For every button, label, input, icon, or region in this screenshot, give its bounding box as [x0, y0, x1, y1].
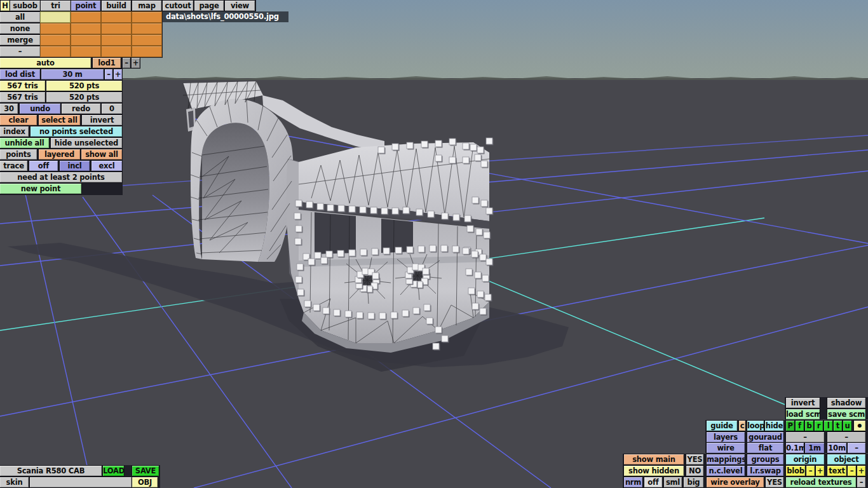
vertex-handle[interactable] [475, 272, 481, 278]
vertex-handle[interactable] [472, 197, 478, 203]
hide-button[interactable]: hide [765, 421, 783, 431]
vertex-handle[interactable] [327, 205, 334, 211]
vertex-handle[interactable] [381, 208, 388, 214]
subobject-cell[interactable] [41, 46, 70, 57]
vertex-handle[interactable] [449, 139, 456, 145]
vertex-handle[interactable] [435, 327, 442, 333]
subobject-merge-button[interactable]: merge [0, 35, 40, 45]
trace-label[interactable]: trace [0, 161, 27, 171]
reload-dash-button[interactable]: – [857, 477, 865, 487]
lod-plus-button[interactable]: + [132, 58, 140, 68]
vertex-handle[interactable] [297, 264, 303, 270]
redo-button[interactable]: redo [62, 104, 100, 114]
groups-button[interactable]: groups [747, 454, 783, 464]
lr-swap-button[interactable]: l.r.swap [747, 466, 783, 476]
vertex-handle[interactable] [484, 232, 490, 238]
invert-button[interactable]: invert [786, 398, 820, 408]
undo-button[interactable]: undo [20, 104, 60, 114]
trace-excl-button[interactable]: excl [92, 161, 122, 171]
nrm-sml-button[interactable]: sml [664, 477, 682, 487]
object-name-field[interactable]: Scania R580 CAB [0, 466, 102, 476]
vertex-handle[interactable] [418, 246, 424, 252]
mappings-button[interactable]: mappings [707, 454, 745, 464]
wire-overlay-value[interactable]: YES [766, 477, 783, 487]
vertex-handle[interactable] [480, 308, 486, 315]
wire-overlay-button[interactable]: wire overlay [707, 477, 764, 487]
nrm-button[interactable]: nrm [624, 477, 642, 487]
guide-button[interactable]: guide [707, 421, 737, 431]
vertex-handle[interactable] [426, 318, 433, 324]
vertex-handle[interactable] [442, 336, 448, 342]
shadow-button[interactable]: shadow [827, 398, 865, 408]
load-scm-button[interactable]: load scm [786, 409, 820, 419]
new-point-button[interactable]: new point [0, 184, 81, 194]
wire-button[interactable]: wire [707, 443, 745, 453]
vertex-handle[interactable] [295, 226, 302, 232]
vertex-handle[interactable] [360, 207, 366, 213]
grid-1m-button[interactable]: 1m [805, 443, 824, 453]
subobject-cell[interactable] [41, 24, 70, 34]
subobject-cell[interactable] [71, 24, 100, 34]
blob-plus-button[interactable]: + [816, 466, 824, 476]
trace-incl-button[interactable]: incl [60, 161, 90, 171]
vertex-handle[interactable] [383, 248, 390, 254]
vertex-handle[interactable] [423, 268, 429, 274]
vertex-handle[interactable] [441, 245, 447, 252]
text-minus-button[interactable]: – [848, 466, 856, 476]
clear-button[interactable]: clear [0, 115, 37, 125]
select-all-button[interactable]: select all [39, 115, 80, 125]
subobject-cell[interactable] [71, 46, 100, 57]
vertex-handle[interactable] [402, 310, 409, 316]
vertex-handle[interactable] [463, 143, 469, 149]
text-button[interactable]: text [827, 466, 846, 476]
guide-c-button[interactable]: c [739, 421, 745, 431]
vertex-handle[interactable] [424, 304, 430, 311]
invert-selection-button[interactable]: invert [82, 115, 122, 125]
subobject-cell[interactable] [102, 35, 131, 45]
vertex-handle[interactable] [321, 257, 327, 264]
vertex-handle[interactable] [372, 248, 378, 255]
subobject-cell[interactable] [132, 35, 161, 45]
vertex-handle[interactable] [412, 264, 419, 270]
subobject-cell[interactable] [102, 46, 131, 57]
object-button[interactable]: object [827, 454, 865, 464]
vertex-handle[interactable] [481, 161, 487, 167]
vertex-handle[interactable] [416, 209, 423, 215]
subobject-cell[interactable] [132, 24, 161, 34]
lod-dist-minus-button[interactable]: – [105, 69, 112, 79]
lod-auto-button[interactable]: auto [0, 58, 91, 68]
vertex-handle[interactable] [362, 268, 369, 274]
show-hidden-button[interactable]: show hidden [624, 466, 684, 476]
blob-button[interactable]: blob [786, 466, 805, 476]
viewport-3d[interactable] [0, 0, 868, 488]
vertex-handle[interactable] [294, 213, 301, 219]
vertex-handle[interactable] [391, 312, 397, 318]
vertex-handle[interactable] [308, 259, 315, 265]
subobject-cell[interactable] [102, 24, 131, 34]
grid-10m-button[interactable]: 10m [827, 443, 846, 453]
tab-page[interactable]: page [194, 1, 224, 11]
trace-off-button[interactable]: off [29, 161, 58, 171]
grid-dash-button[interactable]: – [848, 443, 865, 453]
vertex-handle[interactable] [378, 147, 384, 153]
lod-dist-value[interactable]: 30 m [41, 69, 104, 79]
subobject-cell[interactable] [132, 46, 161, 57]
subobject-none-button[interactable]: none [0, 24, 40, 34]
view-back-button[interactable]: b [805, 421, 813, 431]
tab-subob[interactable]: subob [10, 1, 40, 11]
subobject-cell[interactable] [132, 12, 161, 22]
vertex-handle[interactable] [470, 144, 477, 151]
tab-h[interactable]: H [1, 1, 10, 11]
subobject-cell[interactable] [71, 35, 100, 45]
lod-level-button[interactable]: lod1 [93, 58, 121, 68]
origin-button[interactable]: origin [786, 454, 824, 464]
vertex-handle[interactable] [463, 248, 469, 254]
vertex-handle[interactable] [392, 208, 398, 214]
vertex-handle[interactable] [313, 304, 320, 311]
unhide-all-button[interactable]: unhide all [0, 138, 49, 148]
dash-b-button[interactable]: – [827, 432, 865, 442]
show-main-value[interactable]: YES [686, 454, 703, 464]
vertex-handle[interactable] [430, 245, 436, 252]
vertex-handle[interactable] [407, 247, 413, 253]
vertex-handle[interactable] [315, 252, 321, 259]
